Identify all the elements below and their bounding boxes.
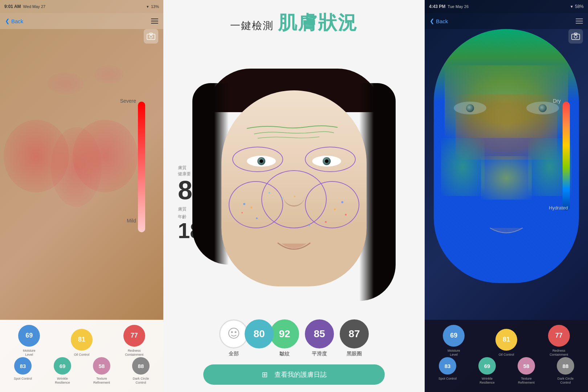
menu-line-2 bbox=[151, 21, 158, 21]
left-chevron-icon: ❮ bbox=[5, 18, 10, 24]
tab-smooth-score: 85 bbox=[314, 328, 325, 340]
menu-line-3 bbox=[151, 23, 158, 24]
right-dark-label: Dark CircleControl bbox=[558, 377, 574, 385]
tab-spot[interactable]: 80 斑點 bbox=[254, 319, 264, 357]
iris-right bbox=[323, 157, 331, 165]
left-back-button[interactable]: ❮ Back bbox=[5, 18, 23, 24]
severity-label-mild: Mild bbox=[127, 218, 136, 224]
wifi-icon: ▾ bbox=[147, 4, 149, 9]
hydration-hydrated-label: Hydrated bbox=[549, 205, 568, 211]
right-eye-left bbox=[454, 102, 486, 114]
tab-wrinkle-score: 92 bbox=[279, 328, 290, 340]
tab-wrinkle[interactable]: 92 皺紋 bbox=[270, 319, 299, 357]
tab-dark[interactable]: 87 黑眼圈 bbox=[340, 319, 369, 357]
left-panel: Severe Mild 9:01 AM Wed May 27 ▾ 13% ❮ B… bbox=[0, 0, 163, 392]
right-back-button[interactable]: ❮ Back bbox=[430, 18, 448, 24]
left-menu-button[interactable] bbox=[151, 19, 158, 24]
left-spot-label: Spot Control bbox=[14, 377, 32, 381]
left-metric-texture: 58 TextureRefinement bbox=[93, 357, 110, 385]
svg-point-1 bbox=[150, 35, 152, 38]
left-dark-value: 88 bbox=[138, 363, 144, 369]
left-spot-circle: 83 bbox=[14, 357, 32, 375]
camera-icon-badge[interactable] bbox=[144, 29, 158, 44]
right-texture-value: 58 bbox=[523, 363, 530, 369]
right-metrics-row-2: 83 Spot Control 69 WrinkleResilience 58 … bbox=[428, 357, 584, 385]
right-spot-label: Spot Control bbox=[438, 377, 457, 381]
right-redness-label: RednessContainment bbox=[550, 349, 568, 357]
header-subtitle: 一鍵檢測 bbox=[230, 20, 274, 31]
right-menu-button[interactable] bbox=[576, 19, 583, 24]
right-dark-value: 88 bbox=[563, 363, 569, 369]
left-metric-oil: 81 Oil Control bbox=[71, 329, 93, 357]
redness-forehead2 bbox=[94, 65, 123, 83]
tab-dark-label: 黑眼圈 bbox=[347, 351, 362, 357]
spot-dot bbox=[269, 192, 270, 193]
left-wrinkle-circle: 69 bbox=[54, 357, 71, 375]
left-oil-circle: 81 bbox=[71, 329, 93, 351]
spot-dot bbox=[241, 212, 243, 213]
tab-smooth[interactable]: 85 平滑度 bbox=[305, 319, 334, 357]
heatmap-face bbox=[434, 29, 579, 283]
tab-spot-score: 80 bbox=[253, 328, 265, 340]
iris-left bbox=[257, 157, 265, 165]
diary-button[interactable]: ⊞ 查看我的護膚日誌 bbox=[203, 364, 385, 385]
left-oil-value: 81 bbox=[78, 336, 85, 343]
left-texture-circle: 58 bbox=[93, 357, 110, 375]
cheek-zone-left bbox=[229, 181, 283, 228]
right-redness-circle: 77 bbox=[548, 325, 570, 347]
center-face-area: 膚質 健康要 86 膚質 年齡 18 bbox=[163, 41, 425, 314]
svg-point-5 bbox=[231, 331, 233, 333]
left-bottom-metrics: 69 MoistureLevel 81 Oil Control 77 Redne… bbox=[0, 320, 163, 392]
tab-wrinkle-label: 皺紋 bbox=[279, 351, 290, 357]
right-dark-circle: 88 bbox=[557, 357, 574, 375]
left-wrinkle-value: 69 bbox=[60, 363, 66, 369]
center-bottom: 全部 80 斑點 92 皺紋 85 平滑度 bbox=[163, 314, 425, 392]
tab-smooth-circle: 85 bbox=[305, 319, 334, 348]
right-oil-circle: 81 bbox=[495, 329, 517, 351]
hydration-dry-label: Dry bbox=[553, 98, 561, 104]
right-metric-oil: 81 Oil Control bbox=[495, 329, 517, 357]
right-chevron-icon: ❮ bbox=[430, 18, 434, 24]
cheek-zone-right bbox=[305, 181, 359, 228]
right-status-icons: ▾ 58% bbox=[571, 4, 584, 9]
left-dark-label: Dark CircleControl bbox=[133, 377, 149, 385]
left-status-date: Wed May 27 bbox=[23, 4, 46, 9]
right-menu-line-3 bbox=[576, 23, 583, 24]
spot-dot bbox=[325, 221, 327, 223]
right-metric-wrinkle: 69 WrinkleResilience bbox=[478, 357, 496, 385]
right-metric-spot: 83 Spot Control bbox=[438, 357, 457, 381]
right-mouth-svg bbox=[485, 225, 528, 240]
left-moisture-value: 69 bbox=[25, 332, 33, 339]
right-moisture-label: MoistureLevel bbox=[448, 349, 460, 357]
right-oil-value: 81 bbox=[503, 336, 510, 343]
left-metric-dark: 88 Dark CircleControl bbox=[132, 357, 150, 385]
right-camera-badge[interactable] bbox=[568, 29, 583, 44]
header-title: 肌膚狀況 bbox=[278, 12, 358, 33]
left-redness-circle: 77 bbox=[123, 325, 145, 347]
right-wrinkle-label: WrinkleResilience bbox=[479, 377, 495, 385]
left-texture-value: 58 bbox=[99, 363, 105, 369]
right-camera-icon bbox=[571, 33, 580, 40]
heatmap-texture bbox=[434, 29, 579, 283]
tab-all[interactable]: 全部 bbox=[219, 319, 248, 357]
tab-spot-circle: 80 bbox=[245, 319, 274, 348]
right-wrinkle-value: 69 bbox=[484, 363, 490, 369]
right-redness-value: 77 bbox=[555, 332, 563, 339]
right-wifi-icon: ▾ bbox=[571, 4, 573, 9]
center-face-container bbox=[200, 69, 388, 286]
left-status-icons: ▾ 13% bbox=[147, 4, 159, 9]
right-menu-line-1 bbox=[576, 19, 583, 19]
spot-dot bbox=[281, 197, 283, 199]
nav-bar-right: ❮ Back bbox=[425, 13, 588, 29]
left-metric-spot: 83 Spot Control bbox=[14, 357, 32, 381]
svg-rect-9 bbox=[574, 33, 577, 34]
svg-point-8 bbox=[574, 35, 577, 38]
left-redness-label: RednessContainment bbox=[125, 349, 143, 357]
right-wrinkle-circle: 69 bbox=[478, 357, 496, 375]
right-iris-left bbox=[466, 104, 474, 112]
right-status-time: 4:43 PM bbox=[429, 4, 445, 9]
left-wrinkle-label: WrinkleResilience bbox=[55, 377, 70, 385]
right-metrics-row-1: 69 MoistureLevel 81 Oil Control 77 Redne… bbox=[428, 325, 584, 357]
right-metric-dark: 88 Dark CircleControl bbox=[557, 357, 574, 385]
spot-dot bbox=[250, 207, 252, 208]
